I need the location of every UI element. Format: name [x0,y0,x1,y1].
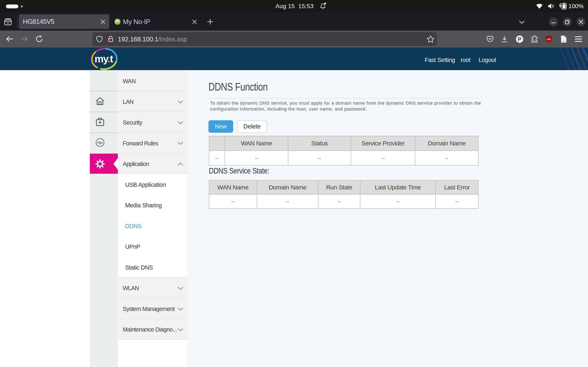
svg-text:my.t: my.t [95,53,113,65]
svg-text:uO: uO [547,38,551,41]
